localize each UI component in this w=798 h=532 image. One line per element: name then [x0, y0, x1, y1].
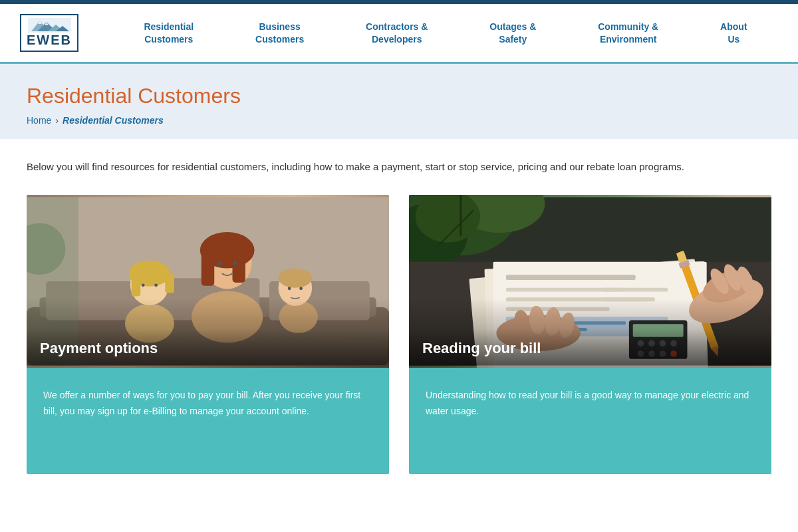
- breadcrumb-current: Residential Customers: [63, 115, 164, 126]
- logo[interactable]: EWEB: [20, 14, 86, 52]
- nav-link-residential[interactable]: ResidentialCustomers: [144, 21, 194, 45]
- nav-menu: ResidentialCustomers BusinessCustomers C…: [113, 21, 778, 45]
- nav-item-residential[interactable]: ResidentialCustomers: [144, 21, 194, 45]
- nav-item-business[interactable]: BusinessCustomers: [255, 21, 304, 45]
- card-payment-body: We offer a number of ways for you to pay…: [27, 368, 389, 474]
- card-payment-label: Payment options: [27, 329, 389, 368]
- main-content: Below you will find resources for reside…: [0, 139, 798, 494]
- nav-link-business[interactable]: BusinessCustomers: [255, 21, 304, 45]
- card-bill-label: Reading your bill: [409, 329, 771, 368]
- intro-text: Below you will find resources for reside…: [27, 159, 771, 175]
- nav-item-contractors[interactable]: Contractors &Developers: [366, 21, 428, 45]
- card-bill[interactable]: Reading your bill Understanding how to r…: [409, 195, 771, 474]
- nav-item-outages[interactable]: Outages &Safety: [489, 21, 536, 45]
- nav-item-community[interactable]: Community &Environment: [598, 21, 658, 45]
- logo-text: EWEB: [27, 33, 72, 48]
- card-payment[interactable]: Payment options We offer a number of way…: [27, 195, 389, 474]
- card-bill-image: Reading your bill: [409, 195, 771, 368]
- logo-mountains-icon: [28, 18, 71, 33]
- card-payment-text: We offer a number of ways for you to pay…: [43, 388, 372, 420]
- nav-link-contractors[interactable]: Contractors &Developers: [366, 21, 428, 45]
- breadcrumb: Home › Residential Customers: [27, 115, 771, 126]
- card-payment-image: Payment options: [27, 195, 389, 368]
- page-title: Residential Customers: [27, 84, 771, 108]
- nav-link-community[interactable]: Community &Environment: [598, 21, 658, 45]
- navbar: EWEB ResidentialCustomers BusinessCustom…: [0, 4, 798, 64]
- nav-link-about[interactable]: AboutUs: [720, 21, 747, 45]
- breadcrumb-home[interactable]: Home: [27, 115, 51, 126]
- nav-item-about[interactable]: AboutUs: [720, 21, 747, 45]
- page-header: Residential Customers Home › Residential…: [0, 64, 798, 139]
- card-bill-body: Understanding how to read your bill is a…: [409, 368, 771, 474]
- breadcrumb-separator: ›: [55, 115, 59, 126]
- nav-link-outages[interactable]: Outages &Safety: [489, 21, 536, 45]
- cards-grid: Payment options We offer a number of way…: [27, 195, 771, 474]
- card-bill-text: Understanding how to read your bill is a…: [426, 388, 755, 420]
